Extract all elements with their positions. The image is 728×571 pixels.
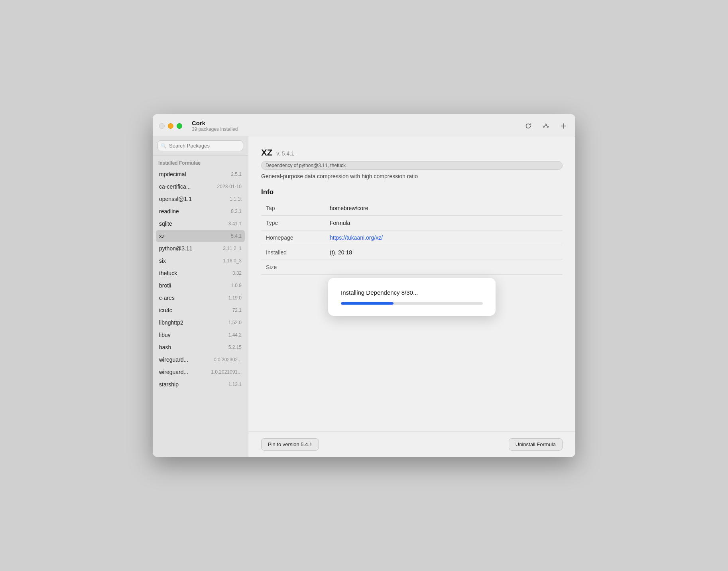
search-input[interactable] [157, 140, 243, 151]
sidebar-item[interactable]: starship 1.13.1 [156, 378, 245, 390]
table-row: TypeFormula [261, 216, 563, 230]
sidebar-item[interactable]: wireguard... 1.0.2021091... [156, 366, 245, 378]
sidebar-item-version: 1.0.9 [231, 283, 242, 288]
sidebar-item-name: libuv [159, 332, 171, 338]
package-name: XZ [261, 148, 272, 158]
app-subtitle: 39 packages installed [192, 126, 238, 132]
sidebar-item-name: ca-certifica... [159, 183, 191, 190]
sidebar-item-name: libnghttp2 [159, 319, 183, 326]
sidebar-item-version: 5.2.15 [228, 345, 242, 350]
progress-card: Installing Dependency 8/30... [328, 278, 496, 316]
sidebar-item-version: 1.52.0 [228, 320, 242, 325]
info-table: Taphomebrew/coreTypeFormulaHomepagehttps… [261, 201, 563, 275]
sidebar-item-version: 1.13.1 [228, 382, 242, 387]
info-label: Type [261, 216, 325, 230]
sidebar-item-name: six [159, 258, 166, 264]
close-button[interactable] [159, 123, 165, 129]
sidebar-item[interactable]: sqlite 3.41.1 [156, 218, 245, 230]
sidebar-item-version: 3.11.2_1 [223, 246, 242, 251]
add-button[interactable] [558, 120, 569, 132]
sidebar-item-name: readline [159, 208, 179, 215]
table-row: Taphomebrew/core [261, 201, 563, 216]
minimize-button[interactable] [168, 123, 173, 129]
main-content: 🔍 Installed Formulae mpdecimal 2.5.1 ca-… [153, 136, 575, 457]
svg-point-0 [545, 124, 547, 125]
sidebar-item[interactable]: six 1.16.0_3 [156, 255, 245, 267]
info-label: Size [261, 260, 325, 275]
detail-footer: Pin to version 5.4.1 Uninstall Formula [248, 431, 575, 457]
sidebar-section-label: Installed Formulae [153, 156, 248, 168]
svg-line-4 [544, 125, 546, 126]
sidebar: 🔍 Installed Formulae mpdecimal 2.5.1 ca-… [153, 136, 248, 457]
package-version: v. 5.4.1 [276, 150, 294, 157]
sidebar-item-name: openssl@1.1 [159, 196, 192, 202]
sidebar-item-name: starship [159, 381, 179, 388]
sidebar-item-name: thefuck [159, 270, 177, 276]
sidebar-item-name: c-ares [159, 295, 175, 301]
share-button[interactable] [540, 120, 551, 132]
info-value: Formula [325, 216, 563, 230]
info-value [325, 260, 563, 275]
dependency-badge: Dependency of python@3.11, thefuck [261, 161, 563, 170]
sidebar-item-version: 1.1.1t [230, 196, 242, 202]
sidebar-item[interactable]: wireguard... 0.0.202302... [156, 354, 245, 366]
sidebar-item[interactable]: ca-certifica... 2023-01-10 [156, 181, 245, 193]
info-label: Tap [261, 201, 325, 216]
sidebar-item[interactable]: brotli 1.0.9 [156, 280, 245, 291]
sidebar-item[interactable]: python@3.11 3.11.2_1 [156, 242, 245, 254]
app-title: Cork [192, 120, 205, 126]
share-icon [543, 123, 549, 129]
sidebar-item-version: 1.0.2021091... [211, 369, 242, 375]
sidebar-item-name: wireguard... [159, 356, 188, 363]
progress-title: Installing Dependency 8/30... [341, 289, 483, 296]
sidebar-item-version: 8.2.1 [231, 209, 242, 214]
sidebar-item[interactable]: mpdecimal 2.5.1 [156, 168, 245, 180]
pin-version-button[interactable]: Pin to version 5.4.1 [261, 438, 319, 451]
sidebar-item-name: sqlite [159, 221, 172, 227]
sidebar-item[interactable]: icu4c 72.1 [156, 304, 245, 316]
maximize-button[interactable] [177, 123, 182, 129]
sidebar-item[interactable]: readline 8.2.1 [156, 205, 245, 217]
modal-overlay: Installing Dependency 8/30... [248, 136, 575, 457]
progress-bar-fill [341, 302, 394, 305]
titlebar-actions [523, 120, 569, 132]
titlebar: Cork 39 packages installed [153, 114, 575, 136]
sidebar-list: mpdecimal 2.5.1 ca-certifica... 2023-01-… [153, 168, 248, 457]
refresh-icon [525, 123, 531, 129]
sidebar-item-name: python@3.11 [159, 245, 193, 252]
table-row: Installed(t), 20:18 [261, 245, 563, 260]
sidebar-item[interactable]: xz 5.4.1 [156, 230, 245, 242]
sidebar-item-version: 2.5.1 [231, 171, 242, 177]
sidebar-item[interactable]: openssl@1.1 1.1.1t [156, 193, 245, 205]
sidebar-item[interactable]: bash 5.2.15 [156, 341, 245, 353]
search-wrapper: 🔍 [157, 140, 243, 151]
sidebar-item-name: bash [159, 344, 171, 350]
sidebar-item-name: xz [159, 233, 165, 239]
info-value: (t), 20:18 [325, 245, 563, 260]
info-label: Installed [261, 245, 325, 260]
sidebar-item-version: 5.4.1 [231, 233, 242, 239]
search-container: 🔍 [153, 136, 248, 156]
sidebar-item-version: 3.41.1 [228, 221, 242, 226]
svg-line-3 [546, 125, 547, 126]
sidebar-item-version: 1.44.2 [228, 332, 242, 338]
sidebar-item-version: 0.0.202302... [214, 357, 242, 362]
sidebar-item[interactable]: libuv 1.44.2 [156, 329, 245, 341]
detail-pane: XZ v. 5.4.1 Dependency of python@3.11, t… [248, 136, 575, 457]
sidebar-item-version: 1.16.0_3 [223, 258, 242, 264]
sidebar-item[interactable]: libnghttp2 1.52.0 [156, 317, 245, 329]
sidebar-item[interactable]: c-ares 1.19.0 [156, 292, 245, 304]
info-label: Homepage [261, 230, 325, 245]
table-row: Homepagehttps://tukaani.org/xz/ [261, 230, 563, 245]
sidebar-item[interactable]: thefuck 3.32 [156, 267, 245, 279]
info-link[interactable]: https://tukaani.org/xz/ [330, 234, 383, 241]
refresh-button[interactable] [523, 120, 534, 132]
info-value: homebrew/core [325, 201, 563, 216]
sidebar-item-version: 2023-01-10 [217, 184, 242, 189]
package-header: XZ v. 5.4.1 [261, 148, 563, 158]
info-section-title: Info [261, 188, 563, 196]
uninstall-formula-button[interactable]: Uninstall Formula [509, 438, 563, 451]
sidebar-item-name: wireguard... [159, 369, 188, 375]
sidebar-item-name: icu4c [159, 307, 172, 313]
sidebar-item-version: 1.19.0 [228, 295, 242, 301]
